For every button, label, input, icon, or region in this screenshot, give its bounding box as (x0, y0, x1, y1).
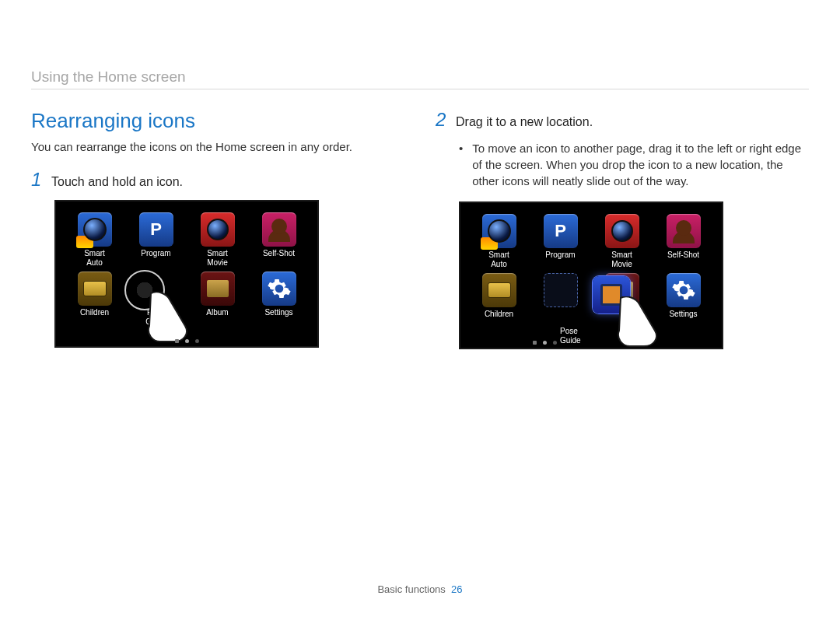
step-number: 1 (31, 169, 44, 191)
app-self-shot[interactable]: Self-Shot (254, 212, 303, 267)
app-label: Self-Shot (263, 249, 295, 266)
album-icon (201, 271, 235, 306)
content-columns: Rearranging icons You can rearrange the … (31, 109, 809, 349)
app-label: Self-Shot (667, 250, 699, 268)
left-column: Rearranging icons You can rearrange the … (31, 109, 404, 349)
step-text: Drag it to a new location. (456, 115, 593, 129)
empty-slot-icon (544, 273, 578, 307)
app-label: Children (485, 310, 513, 327)
step-number: 2 (436, 109, 448, 131)
app-settings[interactable]: Settings (659, 273, 708, 327)
gear-icon (262, 271, 296, 306)
section-intro: You can rearrange the icons on the Home … (31, 139, 404, 155)
step-2: 2 Drag it to a new location. (436, 109, 809, 131)
touch-ring-indicator (124, 270, 165, 310)
app-smart-auto[interactable]: SmartAuto (474, 214, 523, 268)
app-label: Settings (669, 310, 697, 327)
section-title: Rearranging icons (31, 109, 404, 133)
dragging-pose-guide-icon[interactable] (593, 276, 630, 313)
page-indicator (56, 339, 317, 343)
app-smart-movie[interactable]: SmartMovie (193, 212, 242, 267)
app-smart-movie[interactable]: SmartMovie (597, 214, 646, 268)
page-indicator (367, 341, 722, 345)
app-label: SmartMovie (207, 249, 228, 267)
children-icon (78, 271, 112, 306)
movie-icon (605, 214, 639, 248)
app-label: Album (206, 308, 228, 325)
app-album[interactable]: Album (193, 271, 242, 326)
children-icon (482, 273, 516, 307)
step-text: Touch and hold an icon. (51, 175, 183, 189)
camera-lens-icon (482, 214, 516, 248)
breadcrumb: Using the Home screen (31, 68, 186, 86)
person-icon (262, 212, 296, 247)
divider (31, 89, 809, 89)
camera-lens-icon (78, 212, 112, 247)
app-children[interactable]: Children (474, 273, 523, 327)
app-label: Children (80, 308, 109, 325)
app-program[interactable]: P Program (536, 214, 585, 268)
app-smart-auto[interactable]: SmartAuto (70, 212, 119, 267)
page-footer: Basic functions 26 (0, 583, 840, 595)
app-children[interactable]: Children (70, 271, 119, 326)
gear-icon (667, 273, 701, 307)
app-label: SmartAuto (488, 250, 509, 268)
screenshot-drag: SmartAuto P Program SmartMovie Self-Shot… (459, 201, 723, 349)
app-settings[interactable]: Settings (254, 271, 303, 326)
app-self-shot[interactable]: Self-Shot (659, 214, 708, 268)
program-icon: P (139, 212, 173, 247)
app-label: PoseGuide (145, 308, 166, 326)
screenshot-touch-hold: SmartAuto P Program SmartMovie Self-Shot… (54, 200, 319, 348)
app-label: Program (141, 249, 170, 266)
person-icon (667, 214, 701, 248)
drop-slot[interactable] (536, 273, 585, 327)
app-program[interactable]: P Program (131, 212, 180, 267)
footer-section: Basic functions (377, 583, 445, 595)
movie-icon (201, 212, 235, 247)
app-label: SmartMovie (611, 250, 632, 268)
right-column: 2 Drag it to a new location. To move an … (436, 109, 809, 349)
step-2-bullet: To move an icon to another page, drag it… (436, 140, 809, 189)
page-number: 26 (451, 583, 462, 595)
program-icon: P (544, 214, 578, 248)
step-1: 1 Touch and hold an icon. (31, 169, 404, 191)
app-label: SmartAuto (84, 249, 105, 267)
app-label: Program (545, 250, 575, 268)
app-label: Settings (264, 308, 292, 325)
